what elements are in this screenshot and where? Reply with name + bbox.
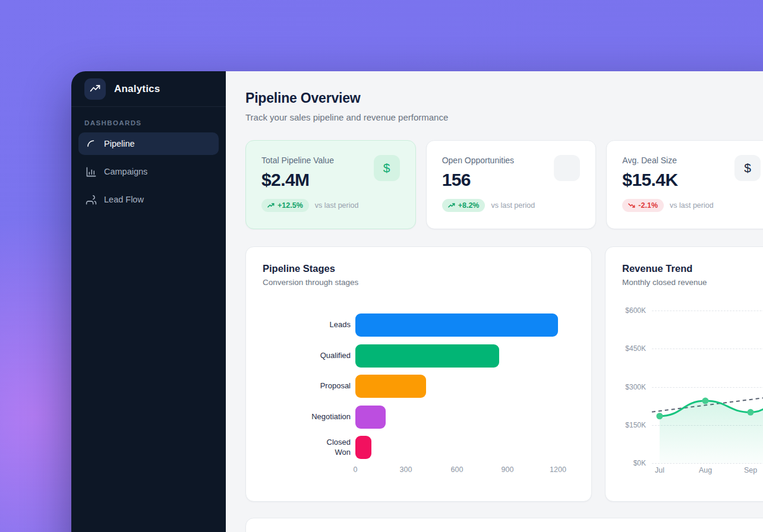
sidebar-item-label: Campaigns — [104, 167, 147, 176]
data-point-aug — [702, 398, 709, 404]
x-tick-label: 0 — [354, 466, 358, 474]
page-subtitle: Track your sales pipeline and revenue pe… — [245, 112, 763, 123]
stat-footer: +8.2%vs last period — [442, 199, 581, 212]
sidebar-item-label: Pipeline — [104, 139, 135, 148]
change-badge: +12.5% — [261, 199, 309, 212]
bar-row: Negotiation — [263, 406, 581, 429]
sidebar-section-label: DASHBOARDS — [84, 119, 213, 126]
data-point-jul — [657, 413, 663, 419]
chart-title: Revenue Trend — [622, 263, 759, 274]
bar-track — [355, 436, 581, 459]
x-tick-label: Jul — [655, 466, 664, 474]
stat-card-total-pipeline-value: Total Pipeline Value$2.4M+12.5%vs last p… — [245, 140, 416, 229]
bar-category-label: Closed Won — [263, 438, 351, 457]
x-tick-label: Aug — [699, 466, 712, 474]
stat-icon-box: $ — [374, 155, 400, 181]
stat-icon-box: $ — [734, 155, 761, 181]
change-value: +12.5% — [278, 201, 303, 210]
compare-label: vs last period — [315, 201, 359, 210]
brand: Analytics — [71, 71, 226, 107]
x-tick-label: 600 — [451, 466, 464, 474]
bar-row: Qualified — [263, 344, 581, 368]
y-tick-label: $600K — [625, 306, 646, 315]
bar-row: Proposal — [263, 375, 581, 398]
bar-chart-x-axis: 03006009001200 — [355, 466, 569, 475]
sidebar-nav: PipelineCampaignsLead Flow — [71, 132, 226, 211]
line-chart-y-axis: $0K$150K$300K$450K$600K — [619, 311, 646, 463]
bar-closed-won — [355, 436, 371, 459]
x-tick-label: 900 — [502, 466, 514, 474]
dollar-icon: $ — [383, 161, 390, 175]
x-tick-label: Sep — [744, 466, 757, 474]
line-chart-svg — [652, 311, 763, 463]
app-title: Analytics — [114, 83, 160, 95]
bar-chart-icon — [86, 166, 97, 178]
trend-up-icon — [448, 202, 455, 209]
line-chart-x-axis: JulAugSep — [652, 466, 763, 476]
trending-up-icon — [89, 83, 101, 95]
page-title: Pipeline Overview — [245, 90, 763, 107]
dollar-icon: $ — [744, 161, 751, 175]
change-badge: +8.2% — [442, 199, 485, 212]
y-tick-label: $300K — [625, 383, 646, 391]
bar-qualified — [355, 344, 499, 368]
sidebar-item-pipeline[interactable]: Pipeline — [78, 132, 219, 155]
x-tick-label: 1200 — [550, 466, 566, 474]
sidebar-item-campaigns[interactable]: Campaigns — [78, 160, 219, 183]
bar-track — [355, 344, 581, 368]
bar-track — [355, 314, 581, 337]
charts-row: Pipeline Stages Conversion through stage… — [245, 246, 763, 502]
bar-category-label: Qualified — [263, 351, 351, 360]
brand-logo — [84, 78, 106, 100]
chart-title: Pipeline Stages — [263, 263, 575, 274]
bar-chart: LeadsQualifiedProposalNegotiationClosed … — [263, 314, 581, 467]
spline-icon — [86, 138, 97, 150]
change-value: -2.1% — [638, 201, 658, 210]
bar-negotiation — [355, 406, 386, 429]
chart-subtitle: Monthly closed revenue — [622, 278, 759, 287]
line-chart — [652, 311, 763, 463]
compare-label: vs last period — [491, 201, 535, 210]
bottom-card-partial — [245, 518, 763, 532]
stat-icon-box — [554, 155, 580, 181]
sidebar: Analytics DASHBOARDS PipelineCampaignsLe… — [71, 71, 226, 532]
bar-category-label: Proposal — [263, 381, 351, 391]
revenue-trend-card: Revenue Trend Monthly closed revenue $0K… — [605, 246, 763, 502]
stat-footer: +12.5%vs last period — [261, 199, 400, 212]
trend-down-icon — [628, 202, 635, 209]
bar-row: Leads — [263, 314, 581, 337]
sidebar-item-label: Lead Flow — [104, 195, 144, 204]
bar-category-label: Leads — [263, 320, 351, 330]
y-tick-label: $0K — [633, 459, 646, 467]
stat-footer: -2.1%vs last period — [622, 199, 761, 212]
stat-card-avg-deal-size: Avg. Deal Size$15.4K-2.1%vs last period$ — [606, 140, 763, 229]
stat-card-open-opportunities: Open Opportunities156+8.2%vs last period — [426, 140, 597, 229]
target-icon — [559, 160, 575, 176]
bar-category-label: Negotiation — [263, 412, 351, 422]
data-point-sep — [748, 409, 754, 416]
bar-track — [355, 406, 581, 429]
x-tick-label: 300 — [400, 466, 412, 474]
stats-row: Total Pipeline Value$2.4M+12.5%vs last p… — [245, 140, 763, 229]
compare-label: vs last period — [670, 201, 714, 210]
main-content: Pipeline Overview Track your sales pipel… — [226, 71, 763, 532]
change-badge: -2.1% — [622, 199, 664, 212]
pipeline-stages-card: Pipeline Stages Conversion through stage… — [245, 246, 592, 502]
users-icon — [86, 194, 97, 205]
sidebar-item-lead-flow[interactable]: Lead Flow — [78, 188, 219, 211]
app-window: Analytics DASHBOARDS PipelineCampaignsLe… — [71, 71, 763, 532]
y-tick-label: $450K — [625, 344, 646, 353]
change-value: +8.2% — [458, 201, 480, 210]
bar-proposal — [355, 375, 426, 398]
bar-row: Closed Won — [263, 436, 581, 459]
gridline — [652, 463, 763, 464]
chart-subtitle: Conversion through stages — [263, 278, 575, 287]
bar-track — [355, 375, 581, 398]
y-tick-label: $150K — [625, 421, 646, 429]
trend-up-icon — [267, 202, 275, 209]
bar-leads — [355, 314, 558, 337]
